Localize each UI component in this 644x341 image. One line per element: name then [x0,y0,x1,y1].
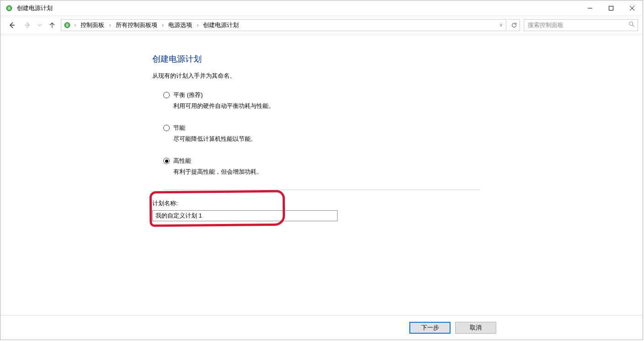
plan-name-section: 计划名称: [152,199,491,221]
address-dropdown[interactable]: v [500,22,504,27]
chevron-right-icon: › [108,21,112,28]
main-panel: 创建电源计划 从现有的计划入手并为其命名。 平衡 (推荐) 利用可用的硬件自动平… [152,53,491,315]
address-icon [63,21,71,29]
breadcrumb-item[interactable]: 电源选项 [166,21,194,29]
window-title: 创建电源计划 [17,4,53,12]
option-description: 有利于提高性能，但会增加功耗。 [173,168,491,176]
cancel-button[interactable]: 取消 [455,322,496,334]
svg-rect-2 [609,6,613,10]
search-box[interactable] [524,19,638,31]
chevron-right-icon: › [161,21,165,28]
radio-button[interactable] [163,158,170,164]
radio-button[interactable] [163,92,170,98]
chevron-right-icon: › [73,21,77,28]
next-button[interactable]: 下一步 [409,322,451,334]
page-heading: 创建电源计划 [152,53,491,64]
minimize-button[interactable] [580,0,601,16]
power-plan-option-power-saver[interactable]: 节能 尽可能降低计算机性能以节能。 [163,124,491,143]
address-bar[interactable]: › 控制面板 › 所有控制面板项 › 电源选项 › 创建电源计划 v [61,19,506,31]
plan-name-input[interactable] [152,210,338,221]
content-area: 创建电源计划 从现有的计划入手并为其命名。 平衡 (推荐) 利用可用的硬件自动平… [0,35,643,315]
nav-recent-dropdown[interactable] [36,18,43,32]
window-controls [580,0,643,16]
option-description: 利用可用的硬件自动平衡功耗与性能。 [173,102,491,110]
nav-forward-button[interactable] [21,18,34,32]
breadcrumb-item[interactable]: 所有控制面板项 [114,21,159,29]
refresh-button[interactable] [508,19,520,31]
plan-name-label: 计划名称: [152,199,491,208]
option-label: 平衡 (推荐) [173,91,203,99]
app-icon [5,4,13,12]
titlebar: 创建电源计划 [0,0,643,16]
footer: 下一步 取消 [0,315,643,340]
navbar: › 控制面板 › 所有控制面板项 › 电源选项 › 创建电源计划 v [0,16,643,34]
radio-button[interactable] [163,125,170,131]
search-input[interactable] [527,21,628,29]
option-label: 高性能 [173,157,191,165]
power-plan-option-balanced[interactable]: 平衡 (推荐) 利用可用的硬件自动平衡功耗与性能。 [163,91,491,110]
window: 创建电源计划 [0,0,643,340]
chevron-right-icon: › [196,21,199,28]
power-plan-option-high-performance[interactable]: 高性能 有利于提高性能，但会增加功耗。 [163,157,491,176]
option-label: 节能 [173,124,185,132]
breadcrumb-item[interactable]: 控制面板 [79,21,106,29]
svg-line-10 [633,25,634,27]
maximize-button[interactable] [601,0,622,16]
nav-up-button[interactable] [45,18,59,32]
page-subheading: 从现有的计划入手并为其命名。 [152,72,491,80]
svg-point-9 [629,22,633,26]
close-button[interactable] [622,0,643,16]
search-icon [628,21,635,29]
nav-back-button[interactable] [5,18,19,32]
divider [163,190,480,190]
option-description: 尽可能降低计算机性能以节能。 [173,135,491,143]
breadcrumb-item[interactable]: 创建电源计划 [201,21,241,29]
